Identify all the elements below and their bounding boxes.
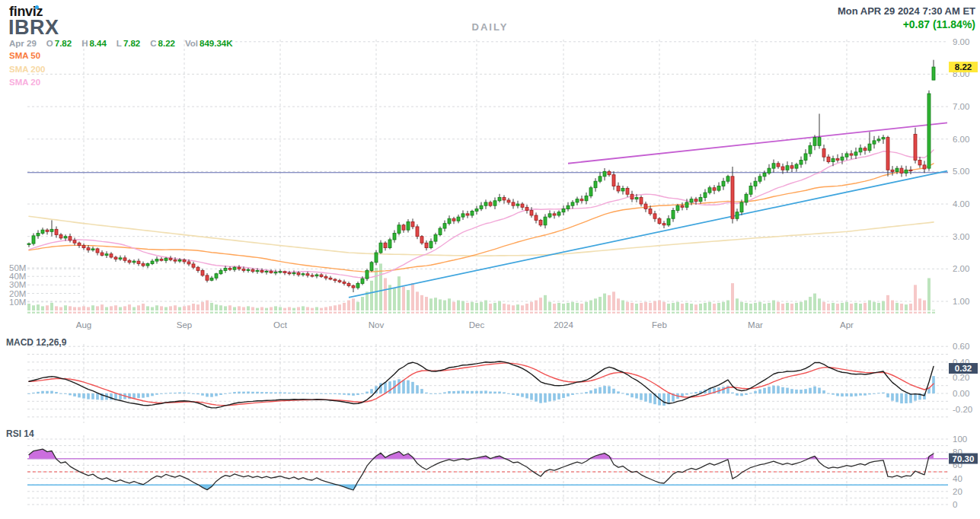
direction-strip-tick (87, 312, 90, 314)
direction-strip-tick (758, 312, 761, 314)
candle-body (923, 165, 926, 169)
direction-strip-tick (361, 312, 364, 314)
direction-strip-tick (69, 312, 72, 314)
volume-bar (571, 302, 574, 310)
volume-bar (329, 306, 332, 310)
direction-strip-tick (685, 312, 688, 314)
macd-histogram-bar (151, 393, 154, 396)
macd-histogram-bar (174, 393, 177, 393)
macd-histogram-bar (132, 393, 136, 398)
macd-histogram-bar (489, 391, 492, 393)
macd-histogram-bar (292, 393, 295, 393)
candle-body (886, 138, 889, 170)
candle-body (457, 217, 460, 221)
direction-strip-tick (617, 312, 620, 314)
direction-strip-tick (457, 312, 460, 314)
volume-bar (169, 306, 172, 310)
volume-bar (356, 302, 359, 310)
volume-bar (315, 307, 318, 310)
volume-bar (366, 291, 369, 310)
candle-body (635, 198, 638, 199)
direction-strip-tick (128, 312, 131, 314)
quote-datetime: Mon APR 29 2024 7:30 AM ET (838, 5, 975, 17)
volume-bar (635, 304, 638, 310)
volume-bar (397, 276, 401, 310)
direction-strip-tick (630, 312, 634, 314)
volume-bar (539, 298, 542, 310)
direction-strip-tick (196, 312, 200, 314)
candle-body (55, 229, 58, 234)
macd-histogram-bar (475, 391, 478, 393)
direction-strip-tick (713, 312, 716, 314)
candle-body (740, 202, 743, 212)
macd-histogram-bar (553, 393, 556, 400)
price-axis-label: 7.00 (953, 102, 969, 111)
candle-body (809, 145, 812, 154)
volume-bar (320, 308, 323, 310)
direction-strip-tick (621, 312, 624, 314)
direction-strip-tick (576, 312, 579, 314)
candle-body (832, 158, 835, 161)
candle-body (699, 198, 702, 202)
candle-body (795, 164, 798, 168)
candle-body (539, 220, 542, 224)
candle-body (530, 211, 533, 215)
candle-body (452, 218, 455, 221)
candle-body (905, 170, 908, 173)
candle-body (859, 148, 862, 152)
direction-strip-tick (662, 312, 666, 314)
volume-bar (585, 302, 588, 310)
macd-histogram-bar (448, 391, 451, 393)
macd-histogram-bar (416, 385, 419, 393)
volume-bar (850, 304, 853, 310)
timeframe-label[interactable]: DAILY (472, 21, 509, 33)
macd-histogram-bar (512, 393, 515, 395)
month-label: Sep (177, 320, 192, 330)
volume-bar (292, 308, 295, 310)
candle-body (685, 202, 688, 207)
direction-strip-tick (873, 312, 876, 314)
macd-histogram-bar (557, 393, 560, 400)
rsi-axis-label: 100 (953, 435, 967, 444)
direction-strip-tick (612, 312, 615, 314)
macd-histogram-bar (420, 389, 423, 393)
candle-body (599, 177, 602, 181)
direction-strip-tick (768, 312, 771, 314)
candle-body (717, 186, 720, 191)
direction-strip-tick (151, 312, 154, 314)
direction-strip-tick (640, 312, 643, 314)
candle-body (370, 263, 373, 271)
macd-histogram-bar (306, 393, 309, 393)
direction-strip-tick (544, 312, 547, 314)
macd-histogram-bar (196, 393, 200, 394)
volume-bar (608, 295, 611, 310)
candle-body (302, 274, 305, 275)
direction-strip-tick (192, 312, 195, 314)
candle-body (850, 154, 853, 155)
volume-bar (402, 287, 405, 310)
direction-strip-tick (786, 312, 789, 314)
macd-histogram-bar (535, 393, 538, 402)
candle-body (932, 67, 935, 80)
direction-strip-tick (439, 312, 442, 314)
volume-bar (78, 307, 81, 310)
volume-bar (567, 303, 570, 310)
candle-body (311, 275, 314, 276)
candle-body (142, 264, 145, 266)
volume-bar (59, 307, 62, 310)
volume-bar (256, 308, 259, 310)
macd-histogram-bar (201, 393, 204, 396)
direction-strip-tick (169, 312, 172, 314)
direction-strip-tick (539, 312, 542, 314)
candle-body (375, 253, 378, 263)
candle-body (461, 214, 464, 217)
month-label: Mar (748, 320, 763, 330)
direction-strip-tick (59, 312, 62, 314)
candle-body (521, 204, 524, 207)
macd-histogram-bar (50, 391, 53, 393)
candle-body (768, 168, 771, 173)
macd-histogram-bar (895, 393, 899, 402)
macd-histogram-bar (457, 391, 460, 393)
direction-strip-tick (726, 312, 729, 314)
macd-histogram-bar (315, 393, 318, 394)
